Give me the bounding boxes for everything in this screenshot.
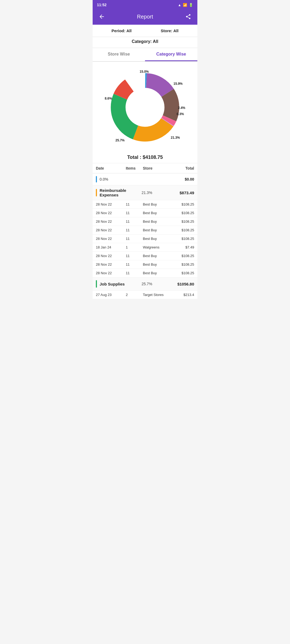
reimbursable-pct: 21.3%: [139, 191, 155, 195]
zero-pct: 0.0%: [100, 177, 185, 181]
reimbursable-color-bar: [96, 189, 97, 196]
jobsupplies-total: $1056.80: [155, 282, 194, 286]
chart-label-213: 21.3%: [171, 136, 180, 140]
table-row: 28 Nov 22 11 Best Buy $108.25: [93, 260, 197, 269]
jobsupplies-color-bar: [96, 280, 97, 288]
row-date: 28 Nov 22: [96, 202, 126, 206]
zero-amount: $0.00: [185, 177, 194, 181]
chart-area: 15.0% 15.9% 2.4% 0.3% 21.3% 25.7% 8.6%: [93, 62, 197, 150]
col-date: Date: [96, 166, 126, 170]
row-items: 11: [126, 202, 143, 206]
table-row: 28 Nov 22 11 Best Buy $108.25: [93, 235, 197, 243]
table-header: Date Items Store Total: [93, 163, 197, 173]
chart-label-86: 8.6%: [105, 97, 112, 100]
table-row: 28 Nov 22 11 Best Buy $108.25: [93, 209, 197, 217]
zero-category-row: 0.0% $0.00: [93, 173, 197, 185]
donut-chart: 15.0% 15.9% 2.4% 0.3% 21.3% 25.7% 8.6%: [105, 67, 185, 148]
col-total: Total: [173, 166, 194, 170]
status-bar: 11:52 ▲ 📶 🔋: [93, 0, 197, 10]
tab-store-wise[interactable]: Store Wise: [93, 48, 145, 61]
data-table: Date Items Store Total 0.0% $0.00 Reimbu…: [93, 163, 197, 299]
category-filter-row: Category: All: [93, 37, 197, 48]
col-items: Items: [126, 166, 143, 170]
table-row: 28 Nov 22 11 Best Buy $108.25: [93, 200, 197, 209]
app-header: Report: [93, 10, 197, 25]
table-row: 18 Jan 24 1 Walgreens $7.49: [93, 243, 197, 252]
signal-icon: 📶: [183, 3, 187, 7]
store-filter[interactable]: Store: All: [161, 28, 179, 33]
jobsupplies-pct: 25.7%: [139, 282, 155, 286]
donut-hole: [126, 88, 164, 127]
table-row: 28 Nov 22 11 Best Buy $108.25: [93, 217, 197, 226]
category-reimbursable: Reimbursable Expenses 21.3% $873.49: [93, 185, 197, 200]
chart-label-15: 15.0%: [140, 70, 149, 74]
row-total: $108.25: [173, 202, 194, 206]
tab-category-wise[interactable]: Category Wise: [145, 48, 197, 61]
total-label: Total : $4108.75: [93, 150, 197, 163]
status-icons: ▲ 📶 🔋: [178, 3, 193, 7]
zero-color-bar: [96, 176, 97, 182]
category-job-supplies: Job Supplies 25.7% $1056.80: [93, 277, 197, 291]
col-store: Store: [143, 166, 173, 170]
filter-row: Period: All Store: All: [93, 25, 197, 37]
table-row: 28 Nov 22 11 Best Buy $108.25: [93, 269, 197, 277]
chart-label-257: 25.7%: [115, 138, 125, 142]
chart-label-24: 2.4%: [178, 106, 185, 110]
table-row: 28 Nov 22 11 Best Buy $108.25: [93, 252, 197, 260]
page-title: Report: [137, 14, 153, 20]
share-button[interactable]: [183, 12, 193, 21]
table-row: 28 Nov 22 11 Best Buy $108.25: [93, 226, 197, 235]
row-store: Best Buy: [143, 202, 173, 206]
battery-icon: 🔋: [189, 3, 193, 7]
tabs-container: Store Wise Category Wise: [93, 48, 197, 62]
reimbursable-name: Reimbursable Expenses: [100, 188, 139, 197]
table-row: 27 Aug 23 2 Target Stores $213.4: [93, 291, 197, 299]
period-filter[interactable]: Period: All: [111, 28, 131, 33]
jobsupplies-name: Job Supplies: [100, 282, 139, 286]
reimbursable-total: $873.49: [155, 191, 194, 195]
chart-label-159: 15.9%: [173, 82, 183, 86]
wifi-icon: ▲: [178, 3, 181, 7]
category-filter[interactable]: Category: All: [132, 39, 158, 44]
status-time: 11:52: [97, 3, 107, 7]
chart-label-03: 0.3%: [177, 112, 184, 116]
back-button[interactable]: [97, 12, 107, 21]
